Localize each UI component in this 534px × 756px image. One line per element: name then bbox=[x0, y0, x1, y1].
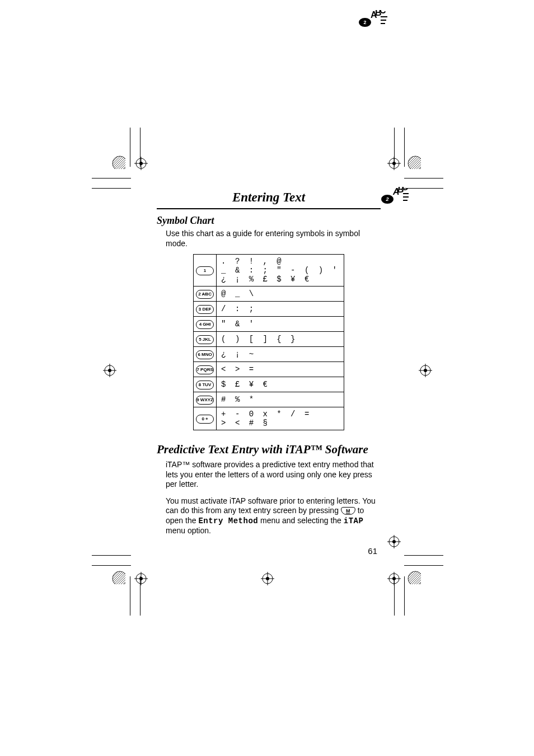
registration-mark-icon bbox=[419, 364, 432, 377]
symbol-table-key-cell: 7 PQRS bbox=[194, 362, 217, 377]
symbol-table-key-cell: 8 TUV bbox=[194, 377, 217, 392]
symbol-table-key-cell: 2 ABC bbox=[194, 287, 217, 302]
symbol-table-row: 3 DEF/ : ; bbox=[194, 302, 344, 317]
menu-key-icon: M bbox=[341, 507, 355, 515]
symbol-table-key-cell: 6 MNO bbox=[194, 347, 217, 362]
symbol-table-row: 8 TUV$ £ ¥ € bbox=[194, 377, 344, 392]
crop-tick bbox=[130, 576, 130, 616]
crop-tick bbox=[92, 555, 131, 556]
itap-p2-c: menu and selecting the bbox=[260, 516, 344, 525]
crop-tick bbox=[404, 128, 405, 167]
crop-tick bbox=[394, 128, 395, 167]
itap-menu-option-label: iTAP bbox=[344, 516, 364, 525]
crop-tick bbox=[394, 576, 395, 616]
crop-tick bbox=[140, 128, 140, 167]
section-title-itap: Predictive Text Entry with iTAP™ Softwar… bbox=[157, 443, 381, 457]
phone-key-icon: 8 TUV bbox=[196, 381, 214, 389]
symbol-table-chars-cell: ¿ ¡ ~ bbox=[217, 347, 344, 362]
symbol-table-row: 6 MNO¿ ¡ ~ bbox=[194, 347, 344, 362]
symbol-table-row: 1. ? ! , @ _ & : ; " - ( ) ' ¿ ¡ % £ $ ¥… bbox=[194, 255, 344, 287]
phone-key-icon: 4 GHI bbox=[196, 320, 214, 329]
page-number: 61 bbox=[157, 546, 381, 556]
running-head-text: Entering Text bbox=[232, 190, 305, 204]
symbol-table-chars-cell: ( ) [ ] { } bbox=[217, 332, 344, 347]
symbol-table-chars-cell: + - 0 x * / = > < # § bbox=[217, 407, 344, 430]
section-title-symbol-chart: Symbol Chart bbox=[157, 215, 381, 227]
symbol-table-key-cell: 5 JKL bbox=[194, 332, 217, 347]
abc-key-icon bbox=[358, 10, 390, 29]
phone-key-icon: 2 ABC bbox=[196, 290, 214, 299]
running-head: Entering Text bbox=[157, 190, 381, 207]
phone-key-icon: 5 JKL bbox=[196, 335, 214, 344]
crop-tick bbox=[92, 188, 131, 189]
registration-mark-icon bbox=[134, 157, 148, 170]
print-mark-icon bbox=[112, 156, 125, 169]
phone-key-icon: 1 bbox=[196, 266, 214, 275]
symbol-table-chars-cell: / : ; bbox=[217, 302, 344, 317]
symbol-chart-intro: Use this chart as a guide for entering s… bbox=[166, 229, 381, 248]
crop-tick bbox=[140, 576, 140, 616]
symbol-table-row: 4 GHI" & ' bbox=[194, 317, 344, 332]
registration-mark-icon bbox=[134, 572, 148, 585]
symbol-table-row: 0 ++ - 0 x * / = > < # § bbox=[194, 407, 344, 430]
symbol-table-chars-cell: @ _ \ bbox=[217, 287, 344, 302]
crop-tick bbox=[404, 576, 405, 616]
entry-method-menu-label: Entry Method bbox=[198, 516, 258, 525]
itap-paragraph-2: You must activate iTAP software prior to… bbox=[166, 496, 381, 536]
itap-paragraph-1: iTAP™ software provides a predictive tex… bbox=[166, 460, 381, 490]
registration-mark-icon bbox=[261, 572, 274, 585]
symbol-table-key-cell: 0 + bbox=[194, 407, 217, 430]
phone-key-icon: 3 DEF bbox=[196, 305, 214, 314]
symbol-table-row: 5 JKL( ) [ ] { } bbox=[194, 332, 344, 347]
symbol-table-row: 7 PQRS< > = bbox=[194, 362, 344, 377]
crop-tick bbox=[92, 565, 131, 566]
abc-key-icon bbox=[381, 187, 409, 204]
symbol-table-chars-cell: $ £ ¥ € bbox=[217, 377, 344, 392]
registration-mark-icon bbox=[387, 535, 401, 548]
crop-tick bbox=[130, 128, 130, 167]
print-mark-icon bbox=[407, 571, 421, 584]
symbol-table-row: 2 ABC@ _ \ bbox=[194, 287, 344, 302]
symbol-table-key-cell: 4 GHI bbox=[194, 317, 217, 332]
print-mark-icon bbox=[112, 571, 125, 584]
crop-tick bbox=[92, 178, 131, 179]
symbol-table-key-cell: 3 DEF bbox=[194, 302, 217, 317]
phone-key-icon: 0 + bbox=[196, 415, 214, 424]
itap-p2-d: menu option. bbox=[166, 526, 211, 535]
symbol-table-chars-cell: . ? ! , @ _ & : ; " - ( ) ' ¿ ¡ % £ $ ¥ … bbox=[217, 255, 344, 287]
symbol-table-chars-cell: # % * bbox=[217, 392, 344, 407]
print-mark-icon bbox=[407, 156, 421, 169]
symbol-table-chars-cell: " & ' bbox=[217, 317, 344, 332]
crop-tick bbox=[404, 178, 443, 179]
phone-key-icon: 7 PQRS bbox=[196, 365, 214, 374]
symbol-table-key-cell: 9 WXYZ bbox=[194, 392, 217, 407]
page-content: Entering Text Symbol Chart Use this char… bbox=[157, 190, 381, 556]
symbol-table-key-cell: 1 bbox=[194, 255, 217, 287]
symbol-chart-table: 1. ? ! , @ _ & : ; " - ( ) ' ¿ ¡ % £ $ ¥… bbox=[193, 254, 344, 430]
phone-key-icon: 6 MNO bbox=[196, 350, 214, 359]
phone-key-icon: 9 WXYZ bbox=[196, 396, 214, 405]
crop-tick bbox=[404, 565, 443, 566]
symbol-table-chars-cell: < > = bbox=[217, 362, 344, 377]
crop-tick bbox=[404, 188, 443, 189]
heading-rule bbox=[157, 208, 381, 209]
symbol-table-row: 9 WXYZ# % * bbox=[194, 392, 344, 407]
registration-mark-icon bbox=[103, 364, 116, 377]
crop-tick bbox=[404, 555, 443, 556]
